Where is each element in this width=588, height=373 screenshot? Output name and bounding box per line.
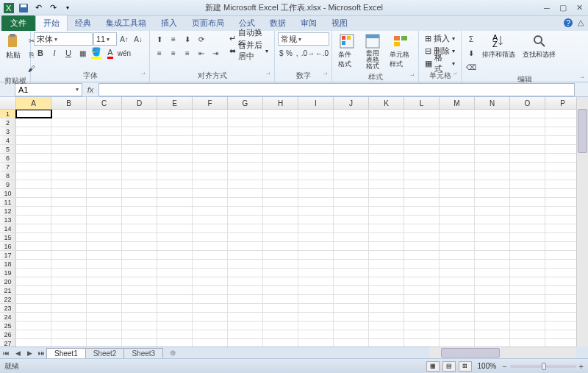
cell[interactable] — [440, 171, 475, 180]
cell[interactable] — [228, 260, 263, 268]
cell[interactable] — [157, 154, 193, 162]
cell[interactable] — [510, 330, 545, 338]
cell[interactable] — [228, 330, 263, 338]
cell[interactable] — [510, 136, 545, 144]
cell[interactable] — [369, 216, 404, 224]
cell[interactable] — [87, 145, 122, 153]
cell[interactable] — [440, 233, 475, 241]
cell[interactable] — [369, 269, 404, 277]
cell[interactable] — [545, 180, 581, 188]
cell[interactable] — [263, 339, 298, 347]
cell[interactable] — [193, 216, 228, 224]
hscroll-thumb[interactable] — [441, 348, 500, 358]
cell[interactable] — [334, 304, 369, 312]
cell[interactable] — [122, 330, 157, 338]
cell[interactable] — [404, 242, 440, 250]
cell[interactable] — [545, 198, 581, 206]
cell[interactable] — [122, 136, 157, 144]
bold-button[interactable]: B — [34, 46, 47, 60]
cell[interactable] — [16, 224, 51, 232]
cell[interactable] — [334, 286, 369, 294]
cell[interactable] — [404, 339, 440, 347]
cell[interactable] — [16, 163, 51, 171]
cell[interactable] — [16, 171, 51, 180]
cell[interactable] — [545, 233, 581, 241]
cell[interactable] — [157, 277, 193, 285]
cell[interactable] — [263, 127, 298, 135]
cell[interactable] — [298, 110, 334, 118]
cell[interactable] — [298, 322, 334, 330]
cell[interactable] — [51, 304, 87, 312]
row-header[interactable]: 6 — [0, 154, 16, 162]
column-header[interactable]: G — [228, 97, 263, 109]
cell[interactable] — [475, 242, 510, 250]
cell[interactable] — [122, 286, 157, 294]
cell[interactable] — [369, 145, 404, 153]
cell[interactable] — [440, 269, 475, 277]
cell[interactable] — [122, 163, 157, 171]
cell[interactable] — [122, 180, 157, 188]
cell[interactable] — [369, 127, 404, 135]
row-header[interactable]: 24 — [0, 313, 16, 321]
row-header[interactable]: 23 — [0, 304, 16, 312]
cell[interactable] — [545, 163, 581, 171]
cell[interactable] — [51, 339, 87, 347]
cell[interactable] — [16, 242, 51, 250]
cell[interactable] — [16, 269, 51, 277]
zoom-in-icon[interactable]: + — [579, 362, 584, 371]
cell[interactable] — [334, 127, 369, 135]
cell[interactable] — [51, 322, 87, 330]
cell[interactable] — [475, 189, 510, 197]
row-header[interactable]: 3 — [0, 127, 16, 135]
cell[interactable] — [545, 110, 581, 118]
cell[interactable] — [193, 330, 228, 338]
cell[interactable] — [263, 198, 298, 206]
border-button[interactable]: ▦ — [76, 46, 89, 60]
cell[interactable] — [369, 260, 404, 268]
cell[interactable] — [157, 313, 193, 321]
cell[interactable] — [404, 322, 440, 330]
cell[interactable] — [298, 295, 334, 303]
cell[interactable] — [193, 269, 228, 277]
cell[interactable] — [157, 145, 193, 153]
cell[interactable] — [475, 277, 510, 285]
cell[interactable] — [334, 224, 369, 232]
cell[interactable] — [51, 233, 87, 241]
help-icon[interactable]: ? — [563, 18, 573, 28]
column-header[interactable]: B — [51, 97, 87, 109]
cell[interactable] — [263, 180, 298, 188]
cell[interactable] — [475, 163, 510, 171]
cell[interactable] — [475, 118, 510, 127]
cell[interactable] — [157, 233, 193, 241]
font-size-combo[interactable]: 11▾ — [93, 32, 117, 46]
cell[interactable] — [510, 322, 545, 330]
cell[interactable] — [510, 216, 545, 224]
cell[interactable] — [440, 295, 475, 303]
sheet-nav-next-icon[interactable]: ▶ — [24, 348, 35, 358]
row-header[interactable]: 22 — [0, 295, 16, 303]
cell[interactable] — [440, 145, 475, 153]
cell[interactable] — [263, 145, 298, 153]
cell[interactable] — [475, 207, 510, 215]
cell[interactable] — [545, 136, 581, 144]
merge-center-button[interactable]: ⬌合并后居中▾ — [226, 45, 271, 57]
maximize-button[interactable]: ▢ — [557, 3, 569, 13]
cell[interactable] — [16, 207, 51, 215]
cell[interactable] — [51, 198, 87, 206]
cell[interactable] — [122, 110, 157, 118]
row-header[interactable]: 16 — [0, 242, 16, 250]
row-header[interactable]: 5 — [0, 145, 16, 153]
cell[interactable] — [404, 295, 440, 303]
cell[interactable] — [298, 154, 334, 162]
cell[interactable] — [157, 224, 193, 232]
cell[interactable] — [228, 277, 263, 285]
cell[interactable] — [510, 145, 545, 153]
cell[interactable] — [334, 242, 369, 250]
cell[interactable] — [193, 110, 228, 118]
cell[interactable] — [193, 277, 228, 285]
cell[interactable] — [228, 304, 263, 312]
cell[interactable] — [298, 224, 334, 232]
cell[interactable] — [298, 269, 334, 277]
cell[interactable] — [298, 277, 334, 285]
cell[interactable] — [228, 180, 263, 188]
